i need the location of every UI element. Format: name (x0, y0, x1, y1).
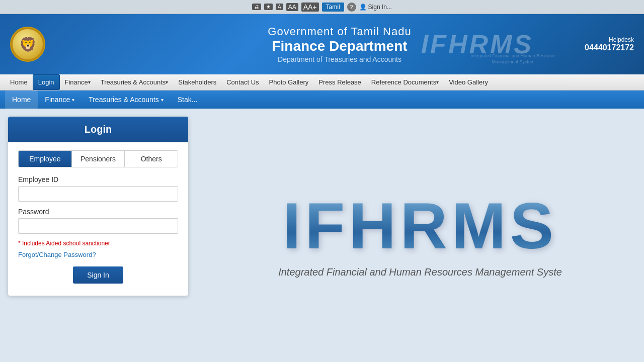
forgot-password-link[interactable]: Forgot/Change Password? (18, 251, 178, 258)
login-panel: Login Employee Pensioners Others Employe… (0, 109, 196, 362)
nav1-finance[interactable]: Finance (60, 74, 96, 90)
nav1-login[interactable]: Login (33, 74, 60, 90)
user-icon: 👤 (359, 4, 367, 11)
bookmark-icon[interactable]: ★ (264, 4, 273, 10)
nav1-press[interactable]: Press Release (313, 74, 366, 90)
header-watermark-subtitle: Integrated Financial and Human Resource … (463, 53, 564, 65)
ifhrms-logo-text: IFHRMS (283, 193, 557, 258)
primary-nav: Home Login Finance Treasuries & Accounts… (0, 74, 644, 90)
hero-area: IFHRMS Integrated Financial and Human Re… (196, 109, 644, 362)
nav1-reference[interactable]: Reference Documents (366, 74, 444, 90)
main-content: Login Employee Pensioners Others Employe… (0, 109, 644, 362)
helpdesk-info: Helpdesk 04440172172 (585, 36, 634, 52)
nav1-stakeholders[interactable]: Stakeholders (173, 74, 221, 90)
employee-id-input[interactable] (18, 186, 178, 202)
password-label: Password (18, 208, 178, 216)
tab-employee[interactable]: Employee (19, 151, 72, 167)
utility-bar: 🖨 ★ A AA AA+ Tamil ? 👤 Sign In... (0, 0, 644, 14)
password-input[interactable] (18, 218, 178, 234)
tamil-language-button[interactable]: Tamil (322, 3, 344, 12)
nav1-video[interactable]: Video Gallery (444, 74, 493, 90)
site-header: 🦁 Government of Tamil Nadu Finance Depar… (0, 14, 644, 74)
nav2-finance[interactable]: Finance (38, 90, 82, 109)
login-body: Employee Pensioners Others Employee ID P… (8, 142, 188, 296)
font-small-button[interactable]: A (276, 4, 283, 10)
nav2-stakeholders[interactable]: Stak... (171, 90, 205, 109)
signin-link[interactable]: 👤 Sign In... (359, 4, 392, 11)
sign-in-button[interactable]: Sign In (73, 266, 123, 284)
font-large-button[interactable]: AA+ (301, 3, 319, 12)
employee-id-label: Employee ID (18, 175, 178, 184)
helpdesk-number: 04440172172 (585, 43, 634, 52)
emblem-inner: 🦁 (13, 29, 43, 59)
government-emblem: 🦁 (10, 27, 45, 62)
nav1-home[interactable]: Home (5, 74, 33, 90)
ifhrms-subtitle: Integrated Financial and Human Resources… (278, 266, 562, 278)
secondary-nav: Home Finance Treasuries & Accounts Stak.… (0, 90, 644, 109)
nav2-treasuries[interactable]: Treasuries & Accounts (82, 90, 171, 109)
dept-name: Finance Department (45, 38, 634, 54)
employee-id-group: Employee ID (18, 175, 178, 202)
helpdesk-label: Helpdesk (585, 36, 634, 43)
gov-name: Government of Tamil Nadu (45, 25, 634, 38)
tab-others[interactable]: Others (125, 151, 178, 167)
font-medium-button[interactable]: AA (286, 3, 298, 11)
tab-pensioners[interactable]: Pensioners (72, 151, 125, 167)
print-icon[interactable]: 🖨 (252, 4, 261, 10)
login-box: Login Employee Pensioners Others Employe… (8, 117, 188, 296)
login-tabs: Employee Pensioners Others (18, 150, 178, 167)
help-button[interactable]: ? (347, 3, 356, 12)
nav1-treasuries[interactable]: Treasuries & Accounts (96, 74, 174, 90)
nav1-contact[interactable]: Contact Us (221, 74, 264, 90)
login-title: Login (8, 117, 188, 142)
nav2-home[interactable]: Home (5, 90, 38, 109)
nav1-gallery[interactable]: Photo Gallery (264, 74, 314, 90)
password-group: Password (18, 208, 178, 234)
aided-school-note: * Includes Aided school sanctioner (18, 240, 178, 247)
